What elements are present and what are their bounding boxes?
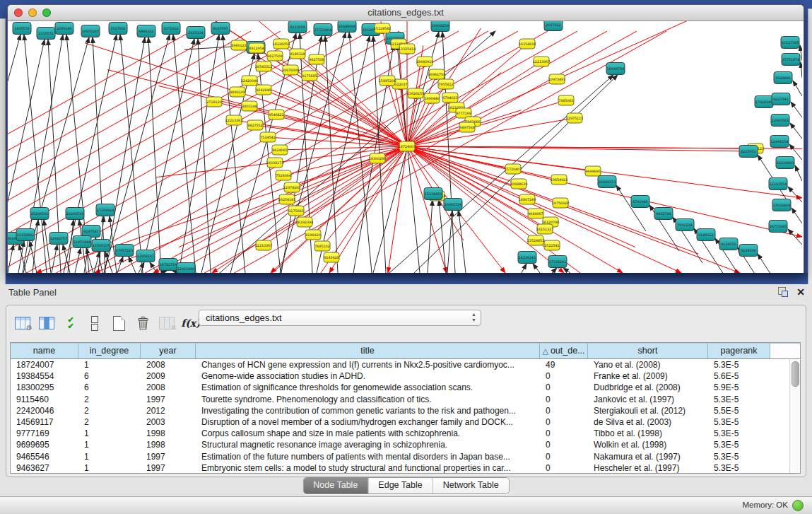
graph-node[interactable]: 12923446 — [177, 263, 195, 274]
graph-node[interactable]: 2522541 — [544, 240, 560, 250]
graph-node[interactable]: 16154838 — [519, 39, 536, 49]
graph-node[interactable]: 18640910 — [416, 57, 433, 66]
graph-node[interactable]: 15124542 — [374, 23, 391, 33]
memory-status-indicator[interactable] — [792, 500, 804, 511]
close-panel-icon[interactable]: ✕ — [796, 287, 805, 297]
table-row[interactable]: 911546021997Tourette syndrome. Phenomeno… — [11, 394, 800, 405]
graph-node[interactable]: 6794023 — [442, 93, 458, 103]
row-height-icon[interactable] — [86, 314, 104, 332]
graph-node[interactable]: 1990448 — [424, 93, 440, 103]
graph-node[interactable]: 18807249 — [519, 194, 536, 204]
graph-node[interactable]: 2925334 — [187, 27, 205, 39]
graph-node[interactable]: 2087682 — [544, 21, 563, 31]
graph-node[interactable]: 18226058 — [273, 39, 290, 49]
graph-node[interactable]: 16254145 — [278, 194, 295, 204]
graph-node[interactable]: 9827509 — [267, 51, 283, 61]
graph-node[interactable]: 12213367 — [255, 240, 272, 250]
graph-node[interactable]: 8427552 — [247, 120, 263, 130]
column-header-in_degree[interactable]: in_degree — [78, 343, 141, 358]
graph-node[interactable]: 22420046 — [241, 76, 258, 86]
graph-node[interactable]: 11156861 — [16, 229, 35, 241]
graph-node[interactable]: 13626155 — [407, 88, 424, 98]
graph-node[interactable]: 16001724 — [444, 199, 462, 211]
graph-node[interactable]: 12213363 — [225, 115, 242, 125]
window-titlebar[interactable]: citations_edges.txt — [8, 5, 804, 21]
graph-node[interactable]: 10655287 — [81, 25, 100, 37]
graph-node[interactable]: 15885206 — [379, 76, 396, 86]
graph-node[interactable]: 16648784 — [606, 63, 625, 75]
graph-node[interactable]: 12103554 — [769, 178, 787, 190]
graph-node[interactable]: 9175685 — [302, 71, 317, 81]
vertical-scrollbar[interactable] — [789, 359, 800, 474]
graph-node[interactable]: 9329966 — [774, 72, 792, 84]
graph-node[interactable]: 2803144 — [242, 101, 257, 111]
graph-node[interactable]: 15751074 — [782, 54, 800, 66]
graph-node[interactable]: 6497568 — [459, 122, 475, 132]
column-header-title[interactable]: title — [196, 343, 540, 358]
graph-node[interactable]: 6466162 — [137, 25, 155, 37]
graph-node[interactable]: 18300295 — [369, 153, 386, 163]
graph-node[interactable]: 8186328 — [290, 49, 305, 59]
graph-node[interactable]: 1405572 — [13, 23, 31, 35]
table-select-combo[interactable]: citations_edges.txt ▲▼ — [199, 310, 481, 326]
graph-node[interactable]: 9462744 — [654, 208, 673, 220]
graph-node[interactable]: 12975115 — [566, 113, 583, 123]
tab-edge-table[interactable]: Edge Table — [368, 478, 433, 493]
new-column-icon[interactable] — [110, 314, 128, 332]
graph-node[interactable]: 16771045 — [769, 221, 787, 233]
select-all-columns-icon[interactable]: ✔✔ — [61, 314, 80, 332]
graph-node[interactable]: 15134459 — [424, 188, 442, 200]
graph-node[interactable]: 18151327 — [536, 224, 553, 234]
graph-node[interactable]: 9684067 — [528, 209, 543, 218]
graph-node[interactable]: 19654923 — [551, 175, 567, 185]
network-graph[interactable]: 1405572233557220891461065528715276026466… — [8, 21, 802, 273]
graph-node[interactable]: 19756928 — [552, 198, 569, 208]
graph-node[interactable]: 15720407 — [505, 164, 522, 174]
graph-node[interactable]: 8215953 — [739, 146, 758, 158]
graph-node[interactable]: 12444154 — [770, 136, 789, 148]
graph-node[interactable]: 9890109 — [230, 87, 245, 97]
graph-node[interactable]: 17359924 — [96, 204, 114, 216]
network-view-window[interactable]: citations_edges.txt — [7, 4, 804, 273]
show-column-icon[interactable] — [37, 314, 56, 332]
graph-node[interactable]: 9242848 — [256, 85, 271, 95]
graph-node[interactable]: 12942757 — [49, 233, 68, 245]
graph-node[interactable]: 2089146 — [55, 23, 73, 35]
graph-node[interactable]: 8912954 — [249, 43, 264, 53]
table-row[interactable]: 969969511998Structural magnetic resonanc… — [11, 439, 800, 450]
graph-node[interactable]: 20676008 — [282, 65, 299, 75]
graph-node[interactable]: 16961758 — [428, 69, 445, 79]
tab-network-table[interactable]: Network Table — [433, 478, 509, 493]
column-header-pagerank[interactable]: pagerank — [708, 343, 770, 358]
graph-node[interactable]: 17334261 — [548, 256, 567, 268]
graph-node[interactable]: 9234508 — [739, 245, 758, 257]
graph-node[interactable]: 17957223 — [115, 245, 134, 257]
float-panel-icon[interactable] — [778, 287, 788, 297]
table-row[interactable]: 2242004622012Investigating the contribut… — [11, 405, 800, 416]
graph-node[interactable]: 20206536 — [66, 208, 84, 220]
tab-node-table[interactable]: Node Table — [303, 478, 368, 493]
graph-node[interactable]: 1527602 — [109, 23, 127, 35]
graph-node[interactable]: 10688639 — [510, 179, 527, 189]
graph-node[interactable]: 2335572 — [37, 28, 55, 40]
graph-node[interactable]: 18724007 — [399, 141, 416, 151]
table-row[interactable]: 946554611997Estimation of the future num… — [11, 451, 800, 462]
graph-node[interactable]: 7526064 — [276, 170, 291, 180]
network-canvas[interactable]: 1405572233557220891461065528715276026466… — [8, 21, 802, 273]
graph-node[interactable]: 8313054 — [288, 21, 307, 33]
graph-node[interactable]: 13524851 — [527, 235, 544, 245]
function-builder-icon[interactable]: f(x) — [182, 314, 200, 332]
graph-node[interactable]: 16038173 — [266, 158, 283, 168]
graph-node[interactable]: 13505135 — [92, 240, 110, 252]
graph-node[interactable]: 7691234 — [676, 219, 694, 231]
column-header-year[interactable]: year — [141, 343, 196, 358]
graph-node[interactable]: 9699695 — [585, 166, 601, 176]
graph-node[interactable]: 8791948 — [631, 196, 649, 208]
table-row[interactable]: 1830029562008Estimation of significance … — [11, 382, 800, 393]
graph-node[interactable]: 9197587 — [82, 226, 100, 238]
graph-node[interactable]: 13325419 — [399, 44, 416, 54]
graph-node[interactable]: 7524542 — [260, 132, 276, 142]
graph-node[interactable]: 17024348 — [755, 96, 773, 108]
graph-node[interactable]: 18409353 — [598, 176, 616, 188]
column-header-short[interactable]: short — [588, 343, 708, 358]
